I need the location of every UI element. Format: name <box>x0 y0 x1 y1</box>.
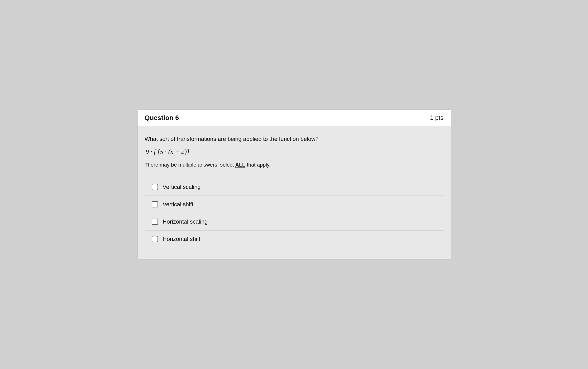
option-label-horizontal-shift: Horizontal shift <box>163 236 201 242</box>
question-title: Question 6 <box>145 114 179 122</box>
question-header: Question 6 1 pts <box>138 110 451 126</box>
question-body: What sort of transformations are being a… <box>138 126 451 259</box>
instruction-text: There may be multiple answers; select AL… <box>145 161 444 169</box>
option-label-vertical-shift: Vertical shift <box>163 201 193 208</box>
question-points: 1 pts <box>430 114 443 122</box>
question-card: Question 6 1 pts What sort of transforma… <box>137 110 451 260</box>
option-horizontal-scaling[interactable]: Horizontal scaling <box>145 213 444 230</box>
bottom-padding <box>145 247 444 255</box>
section-divider <box>145 176 444 176</box>
option-horizontal-shift[interactable]: Horizontal shift <box>145 230 444 247</box>
option-vertical-scaling[interactable]: Vertical scaling <box>145 178 444 196</box>
math-expression: 9 · f [5 · (x − 2)] <box>145 148 444 156</box>
question-text: What sort of transformations are being a… <box>145 135 444 143</box>
checkbox-vertical-shift[interactable] <box>152 201 158 207</box>
checkbox-vertical-scaling[interactable] <box>152 184 158 190</box>
checkbox-horizontal-shift[interactable] <box>152 236 158 242</box>
option-label-horizontal-scaling: Horizontal scaling <box>163 218 208 225</box>
answers-section: Vertical scaling Vertical shift Horizont… <box>145 178 444 247</box>
option-vertical-shift[interactable]: Vertical shift <box>145 196 444 213</box>
option-label-vertical-scaling: Vertical scaling <box>163 184 201 190</box>
checkbox-horizontal-scaling[interactable] <box>152 219 158 225</box>
